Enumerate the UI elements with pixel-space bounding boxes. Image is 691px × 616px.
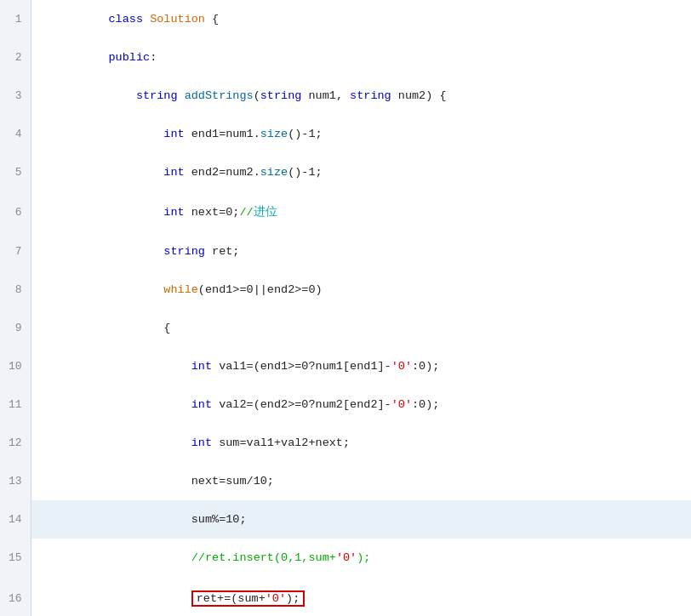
line-number: 2: [0, 38, 31, 77]
line-code: int next=0;//进位: [31, 191, 691, 232]
line-code: int val1=(end1>=0?num1[end1]-'0':0);: [31, 347, 691, 385]
line-code: int end1=num1.size()-1;: [31, 115, 691, 153]
line-number: 10: [0, 347, 31, 385]
line-number: 15: [0, 539, 31, 577]
line-code: {: [31, 309, 691, 347]
line-number: 3: [0, 77, 31, 115]
line-code: ret+=(sum+'0');: [31, 577, 691, 616]
line-number: 13: [0, 462, 31, 500]
table-row: 14 sum%=10;: [0, 500, 691, 539]
line-number: 1: [0, 0, 31, 38]
table-row: 4 int end1=num1.size()-1;: [0, 115, 691, 153]
table-row: 3 string addStrings(string num1, string …: [0, 77, 691, 115]
table-row: 7 string ret;: [0, 232, 691, 271]
line-number: 11: [0, 385, 31, 424]
line-code: string ret;: [31, 232, 691, 271]
line-code: public:: [31, 38, 691, 77]
line-number: 5: [0, 153, 31, 191]
line-number: 14: [0, 500, 31, 539]
line-code: string addStrings(string num1, string nu…: [31, 77, 691, 115]
line-number: 16: [0, 577, 31, 616]
table-row: 2 public:: [0, 38, 691, 77]
table-row: 1 class Solution {: [0, 0, 691, 38]
line-code: int end2=num2.size()-1;: [31, 153, 691, 191]
table-row: 9 {: [0, 309, 691, 347]
table-row: 16 ret+=(sum+'0');: [0, 577, 691, 616]
line-number: 12: [0, 424, 31, 462]
table-row: 5 int end2=num2.size()-1;: [0, 153, 691, 191]
code-container: 1 class Solution { 2 public: 3 string ad…: [0, 0, 691, 616]
line-number: 8: [0, 271, 31, 309]
line-code: class Solution {: [31, 0, 691, 38]
table-row: 8 while(end1>=0||end2>=0): [0, 271, 691, 309]
line-code: while(end1>=0||end2>=0): [31, 271, 691, 309]
line-number: 6: [0, 191, 31, 232]
table-row: 11 int val2=(end2>=0?num2[end2]-'0':0);: [0, 385, 691, 424]
line-code: next=sum/10;: [31, 462, 691, 500]
line-code: sum%=10;: [31, 500, 691, 539]
highlight-box-line16: ret+=(sum+'0');: [191, 590, 306, 607]
code-table: 1 class Solution { 2 public: 3 string ad…: [0, 0, 691, 616]
line-code: int val2=(end2>=0?num2[end2]-'0':0);: [31, 385, 691, 424]
table-row: 6 int next=0;//进位: [0, 191, 691, 232]
line-number: 9: [0, 309, 31, 347]
table-row: 13 next=sum/10;: [0, 462, 691, 500]
line-code: //ret.insert(0,1,sum+'0');: [31, 539, 691, 577]
line-code: int sum=val1+val2+next;: [31, 424, 691, 462]
line-number: 7: [0, 232, 31, 271]
table-row: 15 //ret.insert(0,1,sum+'0');: [0, 539, 691, 577]
line-number: 4: [0, 115, 31, 153]
table-row: 10 int val1=(end1>=0?num1[end1]-'0':0);: [0, 347, 691, 385]
table-row: 12 int sum=val1+val2+next;: [0, 424, 691, 462]
